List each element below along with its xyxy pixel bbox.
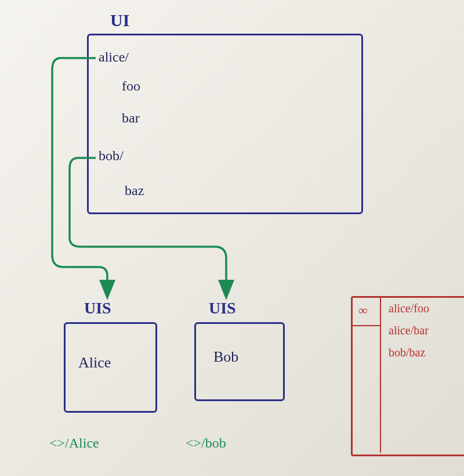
ui-entry-dir-alice: alice/ <box>99 49 129 65</box>
red-panel-row-1: alice/bar <box>389 324 429 337</box>
uis-left-title: UIS <box>84 299 111 318</box>
ui-entry-dir-bob: bob/ <box>99 148 124 164</box>
red-panel-row-0: alice/foo <box>389 302 429 315</box>
uis-right-path: <>/bob <box>186 435 226 451</box>
red-panel-row-2: bob/baz <box>389 346 425 359</box>
uis-right-box <box>194 322 285 401</box>
uis-right-content: Bob <box>213 348 238 366</box>
red-panel-divider <box>380 296 381 453</box>
red-panel-header-rule <box>351 325 380 326</box>
red-panel-header-symbol: ∞ <box>358 303 368 318</box>
ui-entry-file-bar: bar <box>122 110 140 126</box>
ui-entry-file-baz: baz <box>125 183 144 199</box>
red-panel <box>351 296 464 456</box>
uis-left-path: <>/Alice <box>49 435 99 451</box>
ui-entry-file-foo: foo <box>122 78 140 94</box>
whiteboard-diagram: UI alice/ foo bar bob/ baz UIS Alice <>/… <box>0 0 464 476</box>
uis-right-title: UIS <box>209 299 236 318</box>
uis-left-content: Alice <box>78 354 111 372</box>
ui-box-title: UI <box>110 10 129 30</box>
